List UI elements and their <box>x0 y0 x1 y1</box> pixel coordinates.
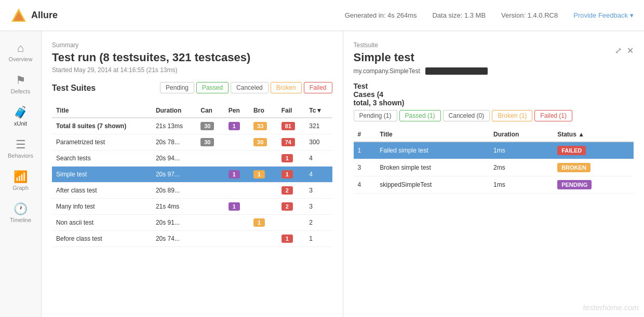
badge-failed: 1 <box>281 235 293 243</box>
xunit-icon: 🧳 <box>14 107 28 118</box>
row-total: 321 <box>305 118 332 134</box>
tc-filter-broken[interactable]: Broken (1) <box>492 110 532 121</box>
tc-col-status: Status ▲ <box>553 128 634 142</box>
row-title: Total 8 suites (7 shown) <box>52 118 152 134</box>
row-total: 3 <box>305 183 332 199</box>
overview-icon: ⌂ <box>17 43 24 54</box>
sidebar-item-xunit[interactable]: 🧳 xUnit <box>0 101 41 133</box>
tc-filter-passed[interactable]: Passed (1) <box>399 110 441 121</box>
tc-filter-pending[interactable]: Pending (1) <box>354 110 397 121</box>
row-canceled <box>196 215 224 231</box>
row-failed: 2 <box>277 183 305 199</box>
sidebar-item-timeline[interactable]: 🕐 Timeline <box>0 197 41 229</box>
sidebar-item-overview[interactable]: ⌂ Overview <box>0 36 41 68</box>
testsuite-label: Testsuite <box>354 42 488 49</box>
row-canceled <box>196 167 224 183</box>
table-row[interactable]: Before class test20s 74...11 <box>52 231 332 247</box>
row-failed: 2 <box>277 199 305 215</box>
tc-col-num: # <box>354 128 376 142</box>
row-broken <box>249 150 277 167</box>
expand-icon[interactable]: ⤢ <box>615 46 622 56</box>
row-duration: 20s 97... <box>152 167 196 183</box>
table-row[interactable]: Many info test21s 4ms123 <box>52 199 332 215</box>
sidebar-label-xunit: xUnit <box>14 120 27 127</box>
sidebar-item-behaviors[interactable]: ☰ Behaviors <box>0 133 41 165</box>
filter-passed[interactable]: Passed <box>196 82 229 93</box>
row-duration: 20s 74... <box>152 231 196 247</box>
row-duration: 20s 89... <box>152 183 196 199</box>
tc-num: 1 <box>354 142 376 159</box>
summary-label: Summary <box>52 42 332 49</box>
table-row[interactable]: Search tests20s 94...14 <box>52 150 332 167</box>
col-can: Can <box>196 104 224 118</box>
filter-pending[interactable]: Pending <box>160 82 194 93</box>
table-row[interactable]: Parametrized test20s 78...303074300 <box>52 134 332 150</box>
row-failed: 74 <box>277 134 305 150</box>
row-pending <box>224 215 249 231</box>
app-logo: Allure <box>10 7 58 24</box>
row-broken: 1 <box>249 215 277 231</box>
sidebar-item-graph[interactable]: 📶 Graph <box>0 165 41 197</box>
tc-duration: 1ms <box>489 142 553 159</box>
tc-row[interactable]: 1Failed simple test1msFAILED <box>354 142 634 159</box>
tc-duration: 1ms <box>489 176 553 194</box>
tc-title: Broken simple test <box>375 159 489 176</box>
row-pending: 1 <box>224 118 249 134</box>
badge-canceled: 30 <box>200 138 214 146</box>
tc-filter-failed[interactable]: Failed (1) <box>534 110 572 121</box>
summary-title: Test run (8 testsuites, 321 testcases) <box>52 51 332 64</box>
provide-feedback-button[interactable]: Provide Feedback ▾ <box>573 11 634 19</box>
tc-title: skippedSimpleTest <box>375 176 489 194</box>
tc-col-title: Title <box>375 128 489 142</box>
filter-canceled[interactable]: Canceled <box>231 82 269 93</box>
row-canceled <box>196 183 224 199</box>
filter-broken[interactable]: Broken <box>271 82 302 93</box>
filter-failed[interactable]: Failed <box>304 82 332 93</box>
sidebar-label-defects: Defects <box>11 88 30 94</box>
row-title: Search tests <box>52 150 152 167</box>
suites-tbody: Total 8 suites (7 shown)21s 13ms30133813… <box>52 118 332 247</box>
row-duration: 20s 78... <box>152 134 196 150</box>
tc-col-duration: Duration <box>489 128 553 142</box>
row-title: After class test <box>52 183 152 199</box>
row-total: 300 <box>305 134 332 150</box>
badge-pending: 1 <box>229 202 240 211</box>
summary-subtitle: Started May 29, 2014 at 14:16:55 (21s 13… <box>52 66 332 74</box>
row-duration: 20s 94... <box>152 150 196 167</box>
row-broken: 30 <box>249 134 277 150</box>
col-tc: Tc▼ <box>305 104 332 118</box>
badge-failed: 1 <box>281 154 293 162</box>
col-duration: Duration <box>152 104 196 118</box>
row-total: 4 <box>305 150 332 167</box>
col-fail: Fail <box>277 104 305 118</box>
tc-status: BROKEN <box>553 159 634 176</box>
sidebar-item-defects[interactable]: ⚑ Defects <box>0 68 41 101</box>
tc-status-badge: BROKEN <box>557 163 591 172</box>
tc-status: PENDING <box>553 176 634 194</box>
table-row[interactable]: Simple test20s 97...1114 <box>52 167 332 183</box>
badge-failed: 81 <box>281 122 295 130</box>
tc-filter-bar: Pending (1) Passed (1) Canceled (0) Brok… <box>354 110 634 121</box>
test-cases-table: # Title Duration Status ▲ 1Failed simple… <box>354 128 634 194</box>
testsuite-bar <box>425 67 488 75</box>
tc-row[interactable]: 4skippedSimpleTest1msPENDING <box>354 176 634 194</box>
row-failed: 81 <box>277 118 305 134</box>
close-icon[interactable]: ✕ <box>627 46 634 56</box>
row-failed <box>277 215 305 231</box>
tc-header-row: # Title Duration Status ▲ <box>354 128 634 142</box>
tc-row[interactable]: 3Broken simple test2msBROKEN <box>354 159 634 176</box>
table-row[interactable]: Non ascii test20s 91...12 <box>52 215 332 231</box>
badge-canceled: 30 <box>200 122 214 130</box>
tc-filter-canceled[interactable]: Canceled (0) <box>443 110 490 121</box>
badge-pending: 1 <box>229 170 240 178</box>
row-canceled: 30 <box>196 134 224 150</box>
table-header-row: Title Duration Can Pen Bro Fail Tc▼ <box>52 104 332 118</box>
table-row[interactable]: Total 8 suites (7 shown)21s 13ms30133813… <box>52 118 332 134</box>
app-header: Allure Generated in: 4s 264ms Data size:… <box>0 0 644 31</box>
table-row[interactable]: After class test20s 89...23 <box>52 183 332 199</box>
cases-tbody: 1Failed simple test1msFAILED3Broken simp… <box>354 142 634 194</box>
row-title: Non ascii test <box>52 215 152 231</box>
row-failed: 1 <box>277 167 305 183</box>
data-size-info: Data size: 1.3 MB <box>432 11 486 19</box>
row-broken: 33 <box>249 118 277 134</box>
